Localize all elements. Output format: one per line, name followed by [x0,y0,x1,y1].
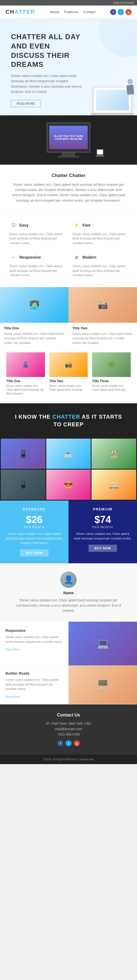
image-card-2-caption: Title Two Donec varius sodales orci. Cla… [68,323,137,348]
feature-responsive-title: Responsive [19,255,41,259]
responsive-read-more-link[interactable]: Read More [5,648,20,651]
laptop-base [91,113,134,115]
image-card-3-2-title: Title Two [49,379,88,383]
responsive-content: Responsive Donec varius sodales orci. Cl… [0,622,68,665]
contact-email: mail@domain.com [8,727,129,731]
builder-section: Builder Ready Donec varius sodales orci.… [0,665,137,705]
hero-read-more-button[interactable]: Read More [11,100,41,107]
pricing-premium: PREMIUM $74 PER MONTH Donec varius sodal… [68,501,137,563]
responsive-text: Donec varius sodales orci. Class aptent … [5,635,63,644]
twitter-icon[interactable]: t [118,9,124,15]
image-card-3-1-caption: Title One Donec varius sodales orci. Cla… [6,377,45,398]
feature-fast-text: Donec varius sodales orci. Class aptent … [73,232,127,245]
testimonial-section: 👤 Name Donec varius sodales orci. Class … [0,563,137,622]
builder-text: Donec varius sodales orci. Class aptent … [5,678,63,691]
hero-bg-circle [99,19,137,57]
contact-social-icons: f t g [8,740,129,746]
pricing-standard-buy-button[interactable]: BUY NOW [20,549,48,557]
image-card-2-img: 📷 [68,287,137,323]
image-card-3-2-img: 📸 [49,352,88,377]
nav: About Features Contact [50,10,96,14]
contact-facebook-icon[interactable]: f [57,740,63,746]
laptop-screen [96,90,129,110]
monitor-shape: PLACE THIS TEXT HERE YOUR BEST HEADLINE [46,123,91,153]
image-grid-2col: 👩‍💻 Title One Donec varius sodales orci.… [0,287,137,348]
contact-title: Contact Us [8,713,129,718]
avatar: 👤 [60,571,77,588]
image-card-3-3: 🌿 Title Three Donec varius sodales orci.… [90,352,133,398]
responsive-subtitle: Responsive [5,628,63,633]
feature-easy: ☑ Easy Donec varius sodales orci. Class … [5,217,68,250]
footer-text: ©2016. All Rights Reserved | Unsubscribe [43,758,94,761]
nav-about[interactable]: About [50,10,59,14]
responsive-img-placeholder: 💻 [68,622,137,665]
pricing-premium-buy-button[interactable]: BUY NOW [89,545,117,552]
photo-mosaic: 📱 ☕ 🏖️ 📱 😎 🚐 [0,438,137,501]
feature-responsive-header: ↔ Responsive [10,253,64,261]
view-in-browser-link[interactable]: View in browser [113,1,134,5]
responsive-section: Responsive Donec varius sodales orci. Cl… [0,622,137,665]
monitor-screen: PLACE THIS TEXT HERE YOUR BEST HEADLINE [49,126,88,149]
feature-responsive: ↔ Responsive Donec varius sodales orci. … [5,249,68,282]
image-card-3-1: 👗 Title One Donec varius sodales orci. C… [4,352,47,398]
image-card-3-1-img: 👗 [6,352,45,377]
image-card-1-img: 👩‍💻 [0,287,68,323]
pricing-standard-text: Donec varius sodales orci. Class aptent … [5,531,63,545]
pricing-premium-period: PER MONTH [74,525,132,529]
modern-icon: ⊞ [73,253,80,261]
builder-read-more-link[interactable]: Read More [5,695,20,698]
image-card-2-title: Title Two [72,326,133,330]
googleplus-icon[interactable]: g [126,9,132,15]
contact-twitter-icon[interactable]: t [65,740,72,746]
easy-icon: ☑ [10,221,17,229]
builder-content: Builder Ready Donec varius sodales orci.… [0,666,68,705]
mosaic-item-1: 📱 [1,439,46,469]
responsive-image: 💻 [68,622,137,665]
hero-title: CHATTER ALL DAY AND EVEN DISCUSS THEIR D… [11,32,82,69]
feature-easy-header: ☑ Easy [10,221,64,229]
nav-contact[interactable]: Contact [83,10,96,14]
feature-modern-header: ⊞ Modern [73,253,127,261]
cup-decoration [96,149,104,158]
image-card-3-3-text: Donec varius sodales orci. Class aptent … [92,384,131,392]
nav-features[interactable]: Features [64,10,78,14]
image-card-1-caption: Title One Donec varius sodales orci. Cla… [0,323,68,348]
image-card-3-1-title: Title One [6,379,45,383]
image-card-1: 👩‍💻 Title One Donec varius sodales orci.… [0,287,68,348]
chatter-title: Chatter Chatter [8,173,129,178]
testimonial-name: Name [8,591,129,595]
contact-address: 47, Park Town, New York, USA [8,722,129,725]
mosaic-item-6: 🚐 [91,469,136,500]
quote-chatter: CHATTER [53,414,80,420]
builder-subtitle: Builder Ready [5,671,63,675]
image-card-2: 📷 Title Two Donec varius sodales orci. C… [68,287,137,348]
hero-text: Donec varius sodales orci. Class aptent … [11,73,82,94]
pricing-section: STANDARD $26 PER MONTH Donec varius soda… [0,501,137,563]
feature-modern-text: Donec varius sodales orci. Class aptent … [73,264,127,278]
social-icons: f t g [110,9,132,15]
monitor-container: PLACE THIS TEXT HERE YOUR BEST HEADLINE [46,123,91,158]
chatter-section: Chatter Chatter Donec varius sodales orc… [0,165,137,212]
image-card-2-text: Donec varius sodales orci. Class aptent … [72,331,133,345]
hero-figure [125,79,135,95]
image-card-3-1-text: Donec varius sodales orci. Class aptent … [6,384,45,396]
contact-section: Contact Us 47, Park Town, New York, USA … [0,705,137,754]
image-grid-3col: 👗 Title One Donec varius sodales orci. C… [4,352,133,403]
contact-phone: +513-346-5769 [8,733,129,737]
hero-section: CHATTER ALL DAY AND EVEN DISCUSS THEIR D… [0,19,137,115]
image-card-3-2-text: Donec varius sodales orci. Class aptent … [49,384,88,392]
feature-responsive-text: Donec varius sodales orci. Class aptent … [10,264,64,278]
mosaic-item-5: 😎 [46,469,91,500]
quote-section: I KNOW THE CHATTER AS IT STARTS TO CREEP [0,403,137,438]
responsive-icon: ↔ [10,253,17,261]
facebook-icon[interactable]: f [110,9,116,15]
contact-googleplus-icon[interactable]: g [74,740,80,746]
feature-fast-header: ⚡ Fast [73,221,127,229]
quote-text: I KNOW THE CHATTER AS IT STARTS TO CREEP [11,413,126,428]
image-card-3-2-caption: Title Two Donec varius sodales orci. Cla… [49,377,88,394]
dark-monitor-section: PLACE THIS TEXT HERE YOUR BEST HEADLINE [0,115,137,165]
image-card-3-3-title: Title Three [92,379,131,383]
pricing-premium-price: $74 [74,514,132,525]
feature-easy-text: Donec varius sodales orci. Class aptent … [10,232,64,245]
feature-easy-title: Easy [19,223,29,228]
